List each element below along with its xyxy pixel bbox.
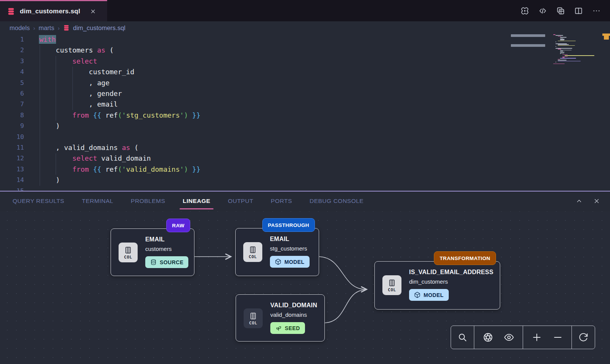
panel-tab-query-results[interactable]: QUERY RESULTS (13, 198, 64, 204)
more-icon[interactable] (592, 6, 601, 15)
lineage-canvas[interactable]: RAWCOLEMAILcustomersSOURCEPASSTHROUGHCOL… (0, 211, 610, 364)
resource-type-chip-model: MODEL (270, 256, 310, 268)
column-name: IS_VALID_EMAIL_ADDRESS (409, 269, 496, 276)
indent-guide (40, 45, 40, 186)
panel-tab-problems[interactable]: PROBLEMS (131, 198, 165, 204)
toolbar-group (523, 326, 572, 349)
app-window: { "colors": { "accent_pink": "#c7619a", … (0, 0, 610, 364)
column-name: EMAIL (270, 236, 315, 243)
column-chip: COL (244, 308, 263, 328)
lineage-node-stg_customers[interactable]: PASSTHROUGHCOLEMAILstg_customersMODEL (235, 228, 319, 276)
column-name: VALID_DOMAIN (270, 302, 321, 309)
panel-tab-ports[interactable]: PORTS (271, 198, 292, 204)
code-line-14[interactable]: 14 ) (0, 175, 610, 185)
code-text: ) (39, 121, 60, 131)
eye-icon[interactable] (502, 330, 516, 345)
code-text: , gender (39, 88, 122, 99)
zoom-out-icon[interactable] (551, 330, 565, 345)
dbt-icon[interactable] (520, 6, 529, 15)
line-number: 13 (0, 164, 24, 175)
edge-type-badge: RAW (166, 219, 190, 232)
columns-icon (248, 245, 257, 254)
editor-actions (520, 0, 610, 21)
line-number: 15 (0, 186, 24, 191)
resource-type-chip-model: MODEL (409, 289, 449, 301)
minimap-line (558, 45, 575, 46)
breadcrumb-file-label: dim_customers.sql (73, 24, 125, 32)
code-line-6[interactable]: 6 , gender (0, 88, 610, 99)
code-text: customers as ( (39, 45, 114, 56)
code-line-7[interactable]: 7 , email (0, 99, 610, 110)
line-number: 6 (0, 88, 24, 99)
code-line-10[interactable]: 10 (0, 132, 610, 142)
code-line-13[interactable]: 13 from {{ ref('valid_domains') }} (0, 164, 610, 175)
zoom-in-icon[interactable] (530, 330, 544, 345)
breadcrumb-file[interactable]: dim_customers.sql (63, 24, 125, 32)
minimap-line (558, 61, 581, 62)
minimap-line (555, 35, 563, 36)
code-text: with (39, 34, 56, 45)
close-icon[interactable] (593, 198, 600, 204)
minimap-line (560, 53, 564, 53)
node-content: EMAILstg_customersMODEL (270, 236, 315, 268)
copy-table-icon[interactable] (556, 6, 565, 15)
breadcrumb-item-models[interactable]: models (10, 24, 30, 32)
edge-type-badge: TRANSFORMATION (434, 251, 496, 265)
minimap-line (558, 41, 576, 42)
code-line-5[interactable]: 5 , age (0, 78, 610, 88)
breadcrumb: models›marts›dim_customers.sql (0, 21, 610, 34)
seedling-icon (275, 325, 282, 331)
minimap-line (558, 49, 561, 49)
code-text: , age (39, 78, 109, 88)
minimap[interactable] (507, 34, 610, 77)
minimap-line (555, 62, 556, 62)
bottom-panel: QUERY RESULTSTERMINALPROBLEMSLINEAGEOUTP… (0, 191, 610, 364)
node-content: IS_VALID_EMAIL_ADDRESSdim_customersMODEL (409, 269, 496, 301)
cube-icon (275, 259, 281, 265)
tab-dim-customers-sql[interactable]: dim_customers.sql (0, 0, 107, 21)
toolbar-group (451, 326, 474, 349)
minimap-line (565, 55, 594, 56)
indent-guide (56, 56, 56, 121)
tab-title: dim_customers.sql (20, 8, 80, 15)
code-text: select (39, 56, 97, 67)
line-number: 7 (0, 99, 24, 110)
panel-tab-lineage[interactable]: LINEAGE (183, 198, 210, 204)
minimap-line (560, 51, 563, 51)
aperture-icon[interactable] (481, 330, 495, 345)
minimap-line (553, 64, 565, 64)
chevron-up-icon[interactable] (576, 198, 583, 204)
lineage-node-dim_customers[interactable]: TRANSFORMATIONCOLIS_VALID_EMAIL_ADDRESSd… (374, 261, 500, 310)
model-name: dim_customers (409, 278, 496, 285)
lineage-toolbar (451, 326, 595, 349)
panel-actions (576, 198, 610, 204)
close-tab-icon[interactable] (90, 8, 96, 14)
resource-type-chip-source: SOURCE (145, 256, 188, 268)
database-icon (63, 24, 70, 31)
refresh-icon[interactable] (576, 330, 591, 345)
code-line-8[interactable]: 8 from {{ ref('stg_customers') }} (0, 110, 610, 121)
minimap-line (560, 40, 564, 40)
minimap-line (558, 60, 567, 61)
code-line-15[interactable]: 15 (0, 186, 610, 191)
line-number: 3 (0, 56, 24, 67)
column-name: EMAIL (145, 236, 190, 243)
code-line-11[interactable]: 11 , valid_domains as ( (0, 142, 610, 153)
code-icon[interactable] (538, 6, 547, 15)
minimap-line (553, 34, 555, 35)
code-text: , email (39, 99, 118, 110)
code-line-12[interactable]: 12 select valid_domain (0, 153, 610, 164)
panel-tab-output[interactable]: OUTPUT (228, 198, 254, 204)
breadcrumb-item-marts[interactable]: marts (39, 24, 54, 32)
code-line-9[interactable]: 9 ) (0, 121, 610, 131)
line-number: 12 (0, 153, 24, 164)
lineage-node-customers[interactable]: RAWCOLEMAILcustomersSOURCE (111, 228, 194, 276)
resource-type-chip-seed: SEED (270, 322, 305, 334)
search-icon[interactable] (455, 330, 470, 345)
split-editor-icon[interactable] (574, 6, 583, 15)
panel-tab-debug-console[interactable]: DEBUG CONSOLE (310, 198, 364, 204)
lineage-node-valid_domains[interactable]: COLVALID_DOMAINvalid_domainsSEED (236, 294, 325, 342)
panel-tab-terminal[interactable]: TERMINAL (82, 198, 113, 204)
line-number: 8 (0, 110, 24, 121)
minimap-line (560, 37, 567, 38)
